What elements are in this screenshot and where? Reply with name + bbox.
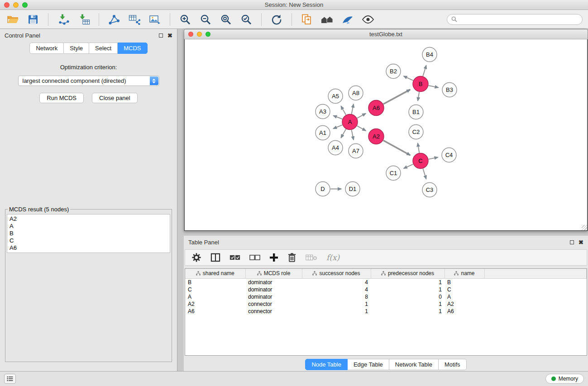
column-header-successor-nodes[interactable]: successor nodes bbox=[302, 269, 371, 278]
edge-B-B1[interactable] bbox=[418, 92, 419, 101]
show-panels-button[interactable] bbox=[4, 374, 16, 384]
edge-A-A6[interactable] bbox=[357, 114, 366, 118]
network-close-button[interactable] bbox=[188, 32, 193, 37]
table-row[interactable]: Bdominator41B bbox=[185, 278, 587, 286]
table-row[interactable]: A6connector11A6 bbox=[185, 308, 587, 315]
edge-B-B3[interactable] bbox=[429, 86, 439, 87]
result-item[interactable]: B bbox=[10, 230, 167, 237]
node-A4[interactable]: A4 bbox=[328, 141, 343, 155]
tab-network[interactable]: Network bbox=[29, 43, 64, 54]
node-D[interactable]: D bbox=[316, 182, 330, 196]
edge-A-A5[interactable] bbox=[341, 106, 346, 115]
delete-row-button[interactable] bbox=[287, 252, 296, 263]
import-table-button[interactable] bbox=[76, 12, 91, 27]
refresh-button[interactable] bbox=[269, 12, 284, 27]
new-network-from-table-button[interactable] bbox=[127, 12, 142, 27]
edge-B-B2[interactable] bbox=[404, 76, 413, 81]
select-all-button[interactable] bbox=[229, 252, 240, 263]
mcds-result-list[interactable]: A2ABCA6 bbox=[7, 214, 170, 253]
edge-A-A2[interactable] bbox=[357, 126, 366, 131]
edge-C-C3[interactable] bbox=[423, 169, 426, 179]
duplicate-document-button[interactable] bbox=[300, 12, 314, 27]
edge-A-A7[interactable] bbox=[352, 130, 354, 140]
node-C4[interactable]: C4 bbox=[442, 148, 456, 162]
edge-A2-C[interactable] bbox=[383, 140, 410, 155]
node-B2[interactable]: B2 bbox=[386, 64, 401, 79]
node-B1[interactable]: B1 bbox=[409, 105, 423, 119]
node-C1[interactable]: C1 bbox=[386, 166, 401, 181]
node-C[interactable]: C bbox=[413, 153, 428, 169]
table-tab-node-table[interactable]: Node Table bbox=[305, 359, 348, 370]
result-item[interactable]: C bbox=[10, 237, 167, 244]
close-panel-button[interactable]: Close panel bbox=[92, 93, 138, 103]
node-D1[interactable]: D1 bbox=[345, 182, 360, 196]
column-header-name[interactable]: name bbox=[445, 269, 484, 278]
table-row[interactable]: Cdominator41C bbox=[185, 286, 587, 293]
function-builder-button[interactable]: f(x) bbox=[326, 252, 339, 263]
zoom-out-button[interactable] bbox=[198, 12, 213, 27]
search-box[interactable] bbox=[447, 14, 583, 25]
tab-select[interactable]: Select bbox=[89, 43, 118, 54]
add-row-button[interactable] bbox=[269, 252, 278, 263]
node-A1[interactable]: A1 bbox=[316, 126, 330, 140]
node-A3[interactable]: A3 bbox=[316, 105, 330, 119]
result-item[interactable]: A bbox=[10, 223, 167, 230]
column-header-shared-name[interactable]: shared name bbox=[185, 269, 245, 278]
edge-C-C4[interactable] bbox=[429, 157, 438, 159]
node-B3[interactable]: B3 bbox=[442, 83, 457, 97]
search-input[interactable] bbox=[459, 16, 578, 23]
table-tab-motifs[interactable]: Motifs bbox=[439, 359, 467, 370]
show-columns-button[interactable] bbox=[210, 252, 220, 263]
edge-A-A1[interactable] bbox=[333, 125, 342, 129]
result-item[interactable]: A2 bbox=[10, 215, 167, 223]
node-A5[interactable]: A5 bbox=[328, 89, 343, 104]
network-window-titlebar[interactable]: testGlobe.txt bbox=[184, 29, 588, 39]
node-C2[interactable]: C2 bbox=[409, 125, 423, 139]
edge-B-B4[interactable] bbox=[423, 65, 426, 76]
node-A7[interactable]: A7 bbox=[349, 144, 363, 158]
network-zoom-button[interactable] bbox=[206, 32, 210, 37]
node-table-container[interactable]: shared nameMCDS rolesuccessor nodesprede… bbox=[185, 268, 587, 356]
open-session-button[interactable] bbox=[5, 12, 20, 27]
import-network-button[interactable] bbox=[56, 12, 71, 27]
minimize-window-button[interactable] bbox=[13, 2, 19, 8]
column-header-predecessor-nodes[interactable]: predecessor nodes bbox=[371, 269, 445, 278]
table-tab-edge-table[interactable]: Edge Table bbox=[348, 359, 389, 370]
export-image-button[interactable] bbox=[148, 12, 162, 27]
table-row[interactable]: A2connector11A2 bbox=[185, 300, 587, 308]
save-session-button[interactable] bbox=[26, 12, 40, 27]
network-canvas[interactable]: B4B2BB3A8A5A6A3B1AA1C2A2A4A7C4CC1C3DD1 bbox=[184, 39, 588, 231]
node-A2[interactable]: A2 bbox=[368, 129, 384, 144]
criterion-dropdown[interactable]: largest connected component (directed) bbox=[18, 76, 159, 86]
close-table-panel-icon[interactable]: ✖ bbox=[578, 239, 583, 245]
result-item[interactable]: A6 bbox=[10, 244, 167, 252]
node-A6[interactable]: A6 bbox=[368, 100, 384, 116]
dropdown-stepper-icon[interactable] bbox=[150, 76, 158, 85]
tab-mcds[interactable]: MCDS bbox=[118, 43, 147, 54]
network-minimize-button[interactable] bbox=[197, 32, 202, 37]
table-tab-network-table[interactable]: Network Table bbox=[389, 359, 439, 370]
zoom-selected-button[interactable] bbox=[239, 12, 253, 27]
node-B4[interactable]: B4 bbox=[422, 48, 437, 62]
node-A8[interactable]: A8 bbox=[349, 86, 363, 100]
edge-A-A3[interactable] bbox=[333, 115, 342, 119]
unselect-all-button[interactable] bbox=[249, 252, 260, 263]
edge-A-A8[interactable] bbox=[352, 104, 354, 114]
delete-table-button[interactable] bbox=[306, 252, 317, 263]
edge-A-A4[interactable] bbox=[341, 129, 346, 138]
new-network-button[interactable] bbox=[107, 12, 121, 27]
node-A[interactable]: A bbox=[342, 114, 358, 130]
tab-style[interactable]: Style bbox=[64, 43, 89, 54]
node-C3[interactable]: C3 bbox=[422, 183, 437, 197]
table-settings-button[interactable] bbox=[191, 252, 201, 263]
edge-A6-B[interactable] bbox=[383, 90, 410, 104]
apply-style-button[interactable] bbox=[340, 12, 355, 27]
close-panel-icon[interactable]: ✖ bbox=[167, 33, 172, 38]
window-resize-grip[interactable] bbox=[582, 225, 587, 230]
table-row[interactable]: Adominator80A bbox=[185, 293, 587, 300]
edge-C-C2[interactable] bbox=[418, 143, 419, 153]
zoom-in-button[interactable] bbox=[178, 12, 192, 27]
zoom-fit-button[interactable] bbox=[219, 12, 233, 27]
zoom-window-button[interactable] bbox=[22, 2, 28, 8]
float-panel-icon[interactable] bbox=[159, 33, 163, 38]
